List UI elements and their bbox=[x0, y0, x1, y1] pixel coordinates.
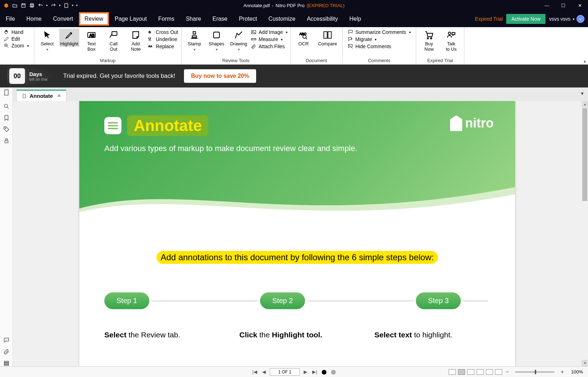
document-tabstrip: Annotate ✕ ▼ bbox=[13, 87, 588, 101]
menu-review[interactable]: Review bbox=[79, 12, 109, 26]
attachments-panel-icon[interactable] bbox=[3, 348, 10, 355]
first-page-button[interactable]: |◀ bbox=[251, 368, 258, 376]
summarize-comments-button[interactable]: Summarize Comments▾ bbox=[348, 29, 411, 35]
menu-convert[interactable]: Convert bbox=[47, 12, 79, 26]
attach-files-button[interactable]: Attach Files bbox=[251, 44, 288, 49]
undo-dropdown[interactable]: ▾ bbox=[45, 1, 49, 9]
menu-share[interactable]: Share bbox=[180, 12, 207, 26]
add-note-button[interactable]: AddNote bbox=[126, 29, 146, 52]
shapes-button[interactable]: Shapes▾ bbox=[206, 29, 226, 51]
page-display-icon[interactable] bbox=[62, 1, 70, 9]
nitro-logo: nitro bbox=[450, 115, 494, 131]
view-fullscreen[interactable] bbox=[495, 369, 502, 375]
ocr-button[interactable]: ABCOCR bbox=[294, 29, 314, 47]
scroll-down-button[interactable]: ▾ bbox=[582, 360, 588, 366]
open-icon[interactable] bbox=[11, 1, 19, 9]
security-panel-icon[interactable] bbox=[3, 137, 10, 144]
minimize-button[interactable]: — bbox=[539, 0, 555, 11]
user-menu[interactable]: vsvs vsvs ▾ v bbox=[549, 15, 584, 23]
redo-dropdown[interactable]: ▾ bbox=[58, 1, 61, 9]
menu-customize[interactable]: Customize bbox=[263, 12, 301, 26]
zoom-in-button[interactable]: + bbox=[559, 369, 565, 375]
text-box-button[interactable]: ABTextBox bbox=[81, 29, 101, 52]
view-facing-continuous[interactable] bbox=[477, 369, 484, 375]
pages-panel-icon[interactable] bbox=[3, 89, 10, 96]
svg-point-27 bbox=[448, 32, 451, 35]
ribbon-quick-tools: Hand Edit Zoom▾ bbox=[0, 27, 34, 64]
trial-suffix: (EXPIRED TRIAL) bbox=[307, 3, 345, 8]
nav-forward-button[interactable]: ⬤ bbox=[330, 368, 337, 376]
menu-erase[interactable]: Erase bbox=[207, 12, 233, 26]
cross-out-button[interactable]: SCross Out bbox=[148, 29, 178, 35]
layers-panel-icon[interactable] bbox=[3, 360, 10, 366]
step-2-desc: Click the Highlight tool. bbox=[239, 331, 355, 339]
undo-icon[interactable] bbox=[36, 1, 44, 9]
save-icon[interactable] bbox=[19, 1, 27, 9]
add-image-button[interactable]: Add Image▾ bbox=[251, 29, 288, 35]
document-viewport[interactable]: Annotate Add various types of markup to … bbox=[13, 101, 582, 366]
last-page-button[interactable]: ▶| bbox=[311, 368, 318, 376]
search-panel-icon[interactable] bbox=[3, 103, 10, 110]
hand-tool[interactable]: Hand bbox=[4, 29, 30, 35]
left-rail-top bbox=[0, 87, 13, 101]
edit-tool[interactable]: Edit bbox=[4, 36, 30, 42]
document-tab[interactable]: Annotate ✕ bbox=[16, 90, 66, 101]
close-tab-icon[interactable]: ✕ bbox=[57, 93, 61, 99]
svg-point-29 bbox=[4, 104, 8, 107]
menu-page-layout[interactable]: Page Layout bbox=[109, 12, 153, 26]
prev-page-button[interactable]: ◀ bbox=[260, 368, 268, 376]
vertical-scrollbar[interactable]: ▴ ▾ bbox=[582, 101, 588, 366]
redo-icon[interactable] bbox=[49, 1, 57, 9]
menu-help[interactable]: Help bbox=[344, 12, 367, 26]
hide-comments-button[interactable]: Hide Comments bbox=[348, 44, 411, 49]
stamp-button[interactable]: Stamp▾ bbox=[184, 29, 204, 51]
menu-file[interactable]: File bbox=[0, 12, 21, 26]
view-fit-width[interactable] bbox=[486, 369, 493, 375]
svg-rect-22 bbox=[324, 32, 327, 39]
measure-button[interactable]: Measure▾ bbox=[251, 36, 288, 42]
replace-button[interactable]: AAReplace bbox=[148, 44, 178, 49]
tags-panel-icon[interactable] bbox=[3, 126, 10, 132]
scrollbar-thumb[interactable] bbox=[582, 108, 587, 201]
page-number-input[interactable] bbox=[270, 368, 300, 376]
nav-back-button[interactable]: ⬤ bbox=[320, 368, 328, 376]
activate-now-button[interactable]: Activate Now bbox=[506, 14, 545, 24]
close-button[interactable]: ✕ bbox=[572, 0, 588, 11]
view-facing[interactable] bbox=[467, 369, 474, 375]
trial-days-count: 00 bbox=[9, 68, 25, 84]
tab-list-dropdown[interactable]: ▼ bbox=[580, 91, 584, 96]
view-single-page[interactable] bbox=[449, 369, 456, 375]
buy-now-cta[interactable]: Buy now to save 20% bbox=[184, 69, 256, 83]
buy-now-button[interactable]: BuyNow bbox=[419, 29, 439, 52]
compare-button[interactable]: Compare bbox=[316, 29, 339, 47]
call-out-button[interactable]: CallOut bbox=[104, 29, 124, 52]
menu-forms[interactable]: Forms bbox=[153, 12, 180, 26]
svg-rect-34 bbox=[4, 365, 9, 366]
select-button[interactable]: Select▾ bbox=[37, 29, 57, 51]
hero-subtitle: Add various types of markup to make docu… bbox=[104, 144, 490, 153]
next-page-button[interactable]: ▶ bbox=[302, 368, 309, 376]
comments-panel-icon[interactable] bbox=[3, 337, 10, 343]
zoom-slider[interactable] bbox=[515, 371, 554, 373]
qat-customize[interactable]: ▾ bbox=[75, 1, 79, 9]
migrate-button[interactable]: Migrate▾ bbox=[348, 36, 411, 42]
scroll-up-button[interactable]: ▴ bbox=[582, 101, 588, 107]
zoom-level: 100% bbox=[567, 369, 583, 375]
zoom-tool[interactable]: Zoom▾ bbox=[4, 43, 30, 49]
maximize-button[interactable]: ☐ bbox=[555, 0, 572, 11]
menu-home[interactable]: Home bbox=[21, 12, 48, 26]
step-3-pill: Step 3 bbox=[416, 292, 461, 309]
zoom-out-button[interactable]: − bbox=[504, 369, 510, 375]
page-display-dropdown[interactable]: ▾ bbox=[71, 1, 74, 9]
print-icon[interactable] bbox=[28, 1, 36, 9]
view-continuous[interactable] bbox=[458, 369, 465, 375]
bookmarks-panel-icon[interactable] bbox=[3, 115, 10, 121]
svg-point-26 bbox=[430, 38, 432, 39]
menu-protect[interactable]: Protect bbox=[233, 12, 263, 26]
underline-button[interactable]: UUnderline bbox=[148, 36, 178, 42]
collapse-ribbon-icon[interactable]: ▴ bbox=[584, 59, 586, 64]
highlight-button[interactable]: Highlight bbox=[59, 29, 79, 47]
menu-accessibility[interactable]: Accessibility bbox=[301, 12, 344, 26]
talk-to-us-button[interactable]: Talkto Us bbox=[441, 29, 461, 52]
drawing-button[interactable]: Drawing▾ bbox=[229, 29, 249, 51]
